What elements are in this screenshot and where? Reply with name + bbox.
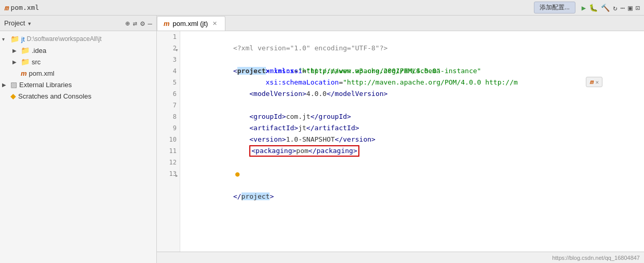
line-num-11: 11 — [160, 145, 177, 157]
line-num-5: 5 — [160, 77, 177, 88]
code-line-10: <packaging>pom</packaging> — [184, 134, 640, 145]
code-line-12: ● — [184, 157, 640, 168]
line-num-12: 12 — [160, 157, 177, 168]
reload-icon[interactable]: ↻ — [613, 4, 617, 12]
tree-arrow-jt: ▾ — [2, 36, 10, 42]
extlibs-label: External Libraries — [19, 81, 72, 89]
pom-label: pom.xml — [29, 70, 55, 77]
add-icon[interactable]: ⊕ — [125, 19, 129, 27]
tree-arrow-idea: ▶ — [12, 48, 21, 53]
editor-area: m pom.xml (jt) ✕ ✓ 1 2 3 4 5 6 7 8 9 — [157, 16, 644, 263]
folder-icon-jt: 📁 — [10, 35, 19, 43]
sidebar: Project ▾ ⊕ ⇄ ⚙ – ▾ 📁 jt D:\software\wor… — [0, 16, 157, 263]
line-num-4: 4 — [160, 65, 177, 77]
code-container: 1 2 3 4 5 6 7 8 9 10 11 12 13 — [157, 31, 644, 252]
tab-close-icon[interactable]: ✕ — [211, 20, 219, 27]
code-line-6 — [184, 88, 640, 100]
minimize-icon[interactable]: – — [148, 19, 152, 27]
code-line-11 — [184, 145, 640, 157]
layout1-icon[interactable]: ▣ — [628, 4, 632, 12]
code-line-1: <?xml version="1.0" encoding="UTF-8"?> — [184, 31, 640, 43]
toolbar-icons: ▶ 🐛 🔨 ↻ ⋯ ▣ ⊡ — [582, 4, 640, 12]
maven-close[interactable]: ✕ — [595, 79, 599, 86]
line-num-1: 1 — [160, 31, 177, 43]
status-bar: https://blog.csdn.net/qq_16804847 — [157, 252, 644, 263]
maven-icon: m — [589, 78, 593, 86]
libs-icon: ▨ — [10, 80, 17, 89]
layout2-icon[interactable]: ⊡ — [636, 4, 640, 12]
src-label: src — [32, 58, 41, 66]
title-icon: m — [4, 4, 8, 12]
tab-icon: m — [164, 20, 170, 27]
line-numbers: 1 2 3 4 5 6 7 8 9 10 11 12 13 — [157, 31, 180, 252]
jt-label: jt — [21, 35, 25, 43]
code-line-2: ▾ <project> xmlns="http://maven.apache.o… — [184, 43, 640, 54]
debug-icon[interactable]: 🐛 — [589, 4, 598, 12]
code-line-7: <groupId>com.jt</groupId> — [184, 100, 640, 111]
tree-item-src[interactable]: ▶ 📁 src — [0, 56, 156, 67]
code-lines: <?xml version="1.0" encoding="UTF-8"?> ▾… — [180, 31, 644, 252]
tree-arrow-src: ▶ — [12, 59, 21, 65]
title-actions[interactable]: 添加配置... ▶ 🐛 🔨 ↻ ⋯ ▣ ⊡ — [534, 2, 640, 13]
tree-item-jt-root[interactable]: ▾ 📁 jt D:\software\workspaceAll\jt — [0, 33, 156, 45]
code-line-8: <artifactId>jt</artifactId> — [184, 111, 640, 122]
maven-overlay[interactable]: m ✕ — [586, 77, 602, 87]
tree-item-pom[interactable]: m pom.xml — [0, 67, 156, 79]
run-icon[interactable]: ▶ — [582, 4, 586, 12]
tree-arrow-extlibs: ▶ — [2, 82, 10, 88]
code-line-9: <version>1.0-SNAPSHOT</version> — [184, 122, 640, 134]
tab-pom[interactable]: m pom.xml (jt) ✕ — [157, 16, 225, 31]
pom-icon: m — [21, 70, 27, 77]
tab-bar: m pom.xml (jt) ✕ — [157, 16, 644, 31]
code-line-5: <modelVersion>4.0.0</modelVersion> — [184, 77, 640, 88]
code-line-4: xsi:schemaLocation="http://maven.apache.… — [184, 65, 640, 77]
settings-icon[interactable]: ⚙ — [140, 19, 144, 27]
folder-icon-idea: 📁 — [21, 46, 30, 54]
title-text: pom.xml — [10, 4, 39, 11]
sidebar-header-icons: ⊕ ⇄ ⚙ – — [125, 19, 152, 27]
line-num-13: 13 — [160, 168, 177, 179]
more-icon[interactable]: ⋯ — [621, 4, 625, 12]
line-num-2: 2 — [160, 43, 177, 54]
line-num-3: 3 — [160, 54, 177, 65]
sidebar-content: ▾ 📁 jt D:\software\workspaceAll\jt ▶ 📁 .… — [0, 31, 156, 263]
line-num-8: 8 — [160, 111, 177, 122]
editor-content[interactable]: 1 2 3 4 5 6 7 8 9 10 11 12 13 — [157, 31, 644, 252]
line-num-6: 6 — [160, 88, 177, 100]
status-url: https://blog.csdn.net/qq_16804847 — [552, 255, 640, 261]
title-bar: m pom.xml 添加配置... ▶ 🐛 🔨 ↻ ⋯ ▣ ⊡ — [0, 0, 644, 16]
scratches-label: Scratches and Consoles — [18, 92, 91, 100]
build-icon[interactable]: 🔨 — [601, 4, 610, 12]
tree-item-extlibs[interactable]: ▶ ▨ External Libraries — [0, 79, 156, 90]
scratches-icon: ◆ — [10, 92, 16, 100]
tree-item-scratches[interactable]: ◆ Scratches and Consoles — [0, 90, 156, 102]
line-num-9: 9 — [160, 122, 177, 134]
line-num-7: 7 — [160, 100, 177, 111]
jt-path: D:\software\workspaceAll\jt — [27, 35, 102, 43]
line-num-10: 10 — [160, 134, 177, 145]
idea-label: .idea — [32, 47, 46, 54]
main-layout: Project ▾ ⊕ ⇄ ⚙ – ▾ 📁 jt D:\software\wor… — [0, 16, 644, 263]
code-line-13: ▸ </project> — [184, 168, 640, 179]
code-line-3: xmlns:xsi="http://www.w3.org/2001/XMLSch… — [184, 54, 640, 65]
add-config-button[interactable]: 添加配置... — [534, 2, 575, 13]
tree-item-idea[interactable]: ▶ 📁 .idea — [0, 45, 156, 56]
sync-icon[interactable]: ⇄ — [133, 19, 137, 27]
tab-label: pom.xml (jt) — [173, 20, 208, 27]
sidebar-dropdown-icon[interactable]: ▾ — [27, 19, 31, 27]
sidebar-header: Project ▾ ⊕ ⇄ ⚙ – — [0, 16, 156, 31]
sidebar-title: Project — [4, 19, 25, 27]
folder-icon-src: 📁 — [21, 58, 30, 66]
